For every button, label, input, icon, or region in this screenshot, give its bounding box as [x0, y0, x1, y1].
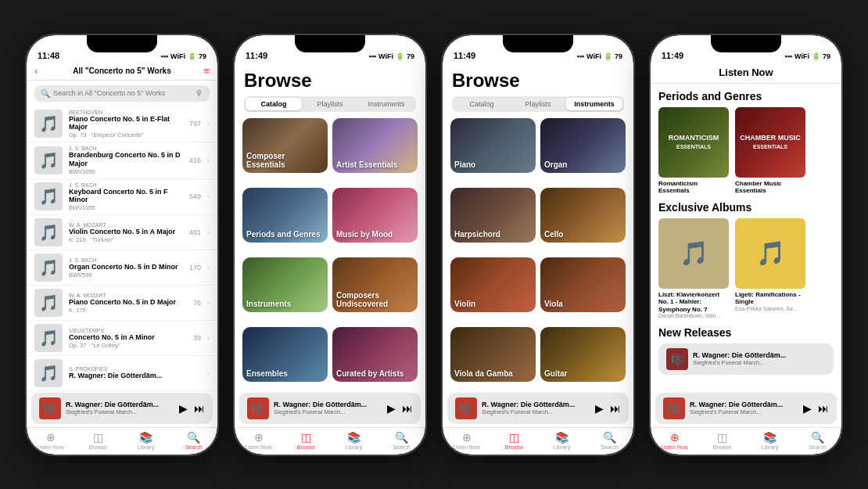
browse-icon-1: ◫: [93, 431, 103, 444]
album-card[interactable]: 🎵 Liszt: Klavierkonzert No. 1 - Mahler: …: [658, 218, 729, 320]
browse-grid-2: Composer Essentials Artist Essentials Pe…: [235, 118, 425, 393]
new-release-player[interactable]: 🎼 R. Wagner: Die Götterdäm... Siegfried'…: [658, 343, 834, 375]
grid-card[interactable]: Piano: [450, 118, 536, 173]
grid-card-label: Harpsichord: [454, 230, 500, 239]
seg-instruments-2[interactable]: Instruments: [358, 98, 414, 110]
grid-card[interactable]: Harpsichord: [450, 188, 536, 243]
listennow-icon-3: ⊕: [462, 431, 472, 444]
play-icon-4[interactable]: ▶: [803, 402, 812, 415]
search-bar-1[interactable]: 🔍 🎙: [34, 85, 210, 102]
mini-player-controls-3[interactable]: ▶ ⏭: [595, 402, 621, 415]
mini-player-2[interactable]: 🎼 R. Wagner: Die Götterdäm... Siegfried'…: [239, 393, 421, 424]
mini-player-controls-4[interactable]: ▶ ⏭: [803, 402, 829, 415]
tab-browse-3[interactable]: ◫ Browse: [490, 431, 538, 450]
list-item[interactable]: 🎵 J. S. BACH Brandenburg Concerto No. 5 …: [27, 142, 217, 179]
segment-3: Catalog Playlists Instruments: [452, 96, 624, 112]
grid-card[interactable]: Artist Essentials: [332, 118, 418, 173]
tab-library-4[interactable]: 📚 Library: [746, 431, 794, 450]
mini-player-3[interactable]: 🎼 R. Wagner: Die Götterdäm... Siegfried'…: [447, 393, 629, 424]
tab-browse-4[interactable]: ◫ Browse: [698, 431, 746, 450]
essentials-card[interactable]: ROMANTICISM ESSENTIALS Romanticism Essen…: [658, 107, 729, 195]
grid-card-label: Periods and Genres: [246, 230, 320, 239]
grid-card[interactable]: Instruments: [242, 257, 328, 312]
time-3: 11:49: [454, 51, 475, 60]
next-icon-1[interactable]: ⏭: [194, 402, 205, 415]
tab-browse-2[interactable]: ◫ Browse: [282, 431, 330, 450]
essentials-card[interactable]: CHAMBER MUSIC ESSENTIALS Chamber Music E…: [735, 107, 805, 195]
list-item[interactable]: 🎵 BEETHOVEN Piano Concerto No. 5 in E-Fl…: [27, 106, 217, 143]
wifi-icon-4: WiFi: [794, 52, 809, 60]
chevron-icon: ›: [207, 264, 210, 271]
list-item[interactable]: 🎵 W. A. MOZART Piano Concerto No. 5 in D…: [27, 286, 217, 321]
grid-card[interactable]: Ensembles: [242, 327, 328, 382]
seg-playlists-3[interactable]: Playlists: [510, 98, 566, 110]
grid-card[interactable]: Curated by Artists: [332, 327, 418, 382]
browse-title-2: Browse: [235, 63, 425, 96]
grid-card[interactable]: Composers Undiscovered: [332, 257, 418, 312]
album-card[interactable]: 🎵 Ligeti: Ramifications - Single Esa-Pek…: [735, 218, 805, 320]
library-icon-1: 📚: [139, 431, 152, 444]
chevron-icon: ›: [207, 369, 210, 377]
seg-instruments-3[interactable]: Instruments: [566, 98, 622, 110]
grid-card[interactable]: Viola da Gamba: [450, 327, 536, 382]
tab-library-2[interactable]: 📚 Library: [330, 431, 378, 450]
mini-player-sub-2: Siegfried's Funeral March...: [274, 408, 382, 415]
next-icon-3[interactable]: ⏭: [610, 402, 621, 415]
grid-card[interactable]: Music by Mood: [332, 188, 418, 243]
menu-button-1[interactable]: ≡: [203, 65, 210, 77]
tab-listennow-4[interactable]: ⊕ Listen Now: [651, 431, 698, 450]
tab-listennow-1[interactable]: ⊕ Listen Now: [27, 431, 74, 450]
screen-3: 11:49 ▪▪▪ WiFi 🔋 79 Browse Catalog Playl…: [443, 35, 633, 455]
play-icon-1[interactable]: ▶: [179, 402, 188, 415]
mini-player-controls-2[interactable]: ▶ ⏭: [387, 402, 413, 415]
listennow-icon-4: ⊕: [670, 431, 680, 444]
list-item[interactable]: 🎵 S. PROKOFIEV R. Wagner: Die Götterdäm.…: [27, 356, 217, 391]
tab-search-1[interactable]: 🔍 Search: [170, 431, 217, 450]
grid-card[interactable]: Cello: [540, 188, 626, 243]
seg-catalog-3[interactable]: Catalog: [454, 98, 510, 110]
back-button-1[interactable]: ‹: [34, 65, 39, 77]
tab-search-4[interactable]: 🔍 Search: [794, 431, 841, 450]
tab-search-2[interactable]: 🔍 Search: [378, 431, 425, 450]
grid-card[interactable]: Viola: [540, 257, 626, 312]
tab-listennow-3[interactable]: ⊕ Listen Now: [443, 431, 490, 450]
next-icon-2[interactable]: ⏭: [402, 402, 413, 415]
tab-library-3[interactable]: 📚 Library: [538, 431, 586, 450]
track-composer: W. A. MOZART: [69, 222, 183, 228]
track-sub: BWV596: [69, 271, 183, 279]
mini-player-title-1: R. Wagner: Die Götterdäm...: [66, 401, 174, 408]
screen-4: 11:49 ▪▪▪ WiFi 🔋 79 Listen Now Periods a…: [651, 35, 841, 455]
list-item[interactable]: 🎵 J. S. BACH Keyboard Concerto No. 5 in …: [27, 179, 217, 216]
track-avatar: 🎵: [34, 146, 63, 174]
tab-browse-1[interactable]: ◫ Browse: [74, 431, 122, 450]
tab-library-1[interactable]: 📚 Library: [122, 431, 170, 450]
grid-card-label: Viola: [544, 300, 563, 308]
grid-card[interactable]: Periods and Genres: [242, 188, 328, 243]
seg-catalog-2[interactable]: Catalog: [246, 98, 302, 110]
grid-card[interactable]: Composer Essentials: [242, 118, 328, 173]
list-item[interactable]: 🎵 J. S. BACH Organ Concerto No. 5 in D M…: [27, 250, 217, 286]
mic-icon-1[interactable]: 🎙: [195, 89, 203, 98]
tab-listennow-2[interactable]: ⊕ Listen Now: [235, 431, 282, 450]
track-sub: BWV1050: [69, 168, 183, 175]
grid-card[interactable]: Guitar: [540, 327, 626, 382]
album-title: Ligeti: Ramifications - Single: [735, 291, 805, 306]
mini-player-1[interactable]: 🎼 R. Wagner: Die Götterdäm... Siegfried'…: [31, 393, 213, 424]
grid-card[interactable]: Violin: [450, 257, 536, 312]
next-icon-4[interactable]: ⏭: [818, 402, 829, 415]
search-input-1[interactable]: [53, 89, 192, 97]
play-icon-2[interactable]: ▶: [387, 402, 396, 415]
track-title: Piano Concerto No. 5 in D Major: [69, 298, 187, 307]
new-release-sub: Siegfried's Funeral March...: [693, 359, 826, 366]
mini-player-4[interactable]: 🎼 R. Wagner: Die Götterdäm... Siegfried'…: [655, 393, 837, 424]
tab-bar-1: ⊕ Listen Now ◫ Browse 📚 Library 🔍 Search: [27, 427, 217, 455]
seg-playlists-2[interactable]: Playlists: [302, 98, 358, 110]
list-item[interactable]: 🎵 VIEUXTEMPS Concerto No. 5 in A Minor O…: [27, 321, 217, 356]
track-title: Brandenburg Concerto No. 5 in D Major: [69, 151, 183, 168]
play-icon-3[interactable]: ▶: [595, 402, 604, 415]
nav-title-4: Listen Now: [719, 67, 773, 78]
tab-search-3[interactable]: 🔍 Search: [586, 431, 633, 450]
grid-card[interactable]: Organ: [540, 118, 626, 173]
mini-player-controls-1[interactable]: ▶ ⏭: [179, 402, 205, 415]
list-item[interactable]: 🎵 W. A. MOZART Violin Concerto No. 5 in …: [27, 215, 217, 250]
